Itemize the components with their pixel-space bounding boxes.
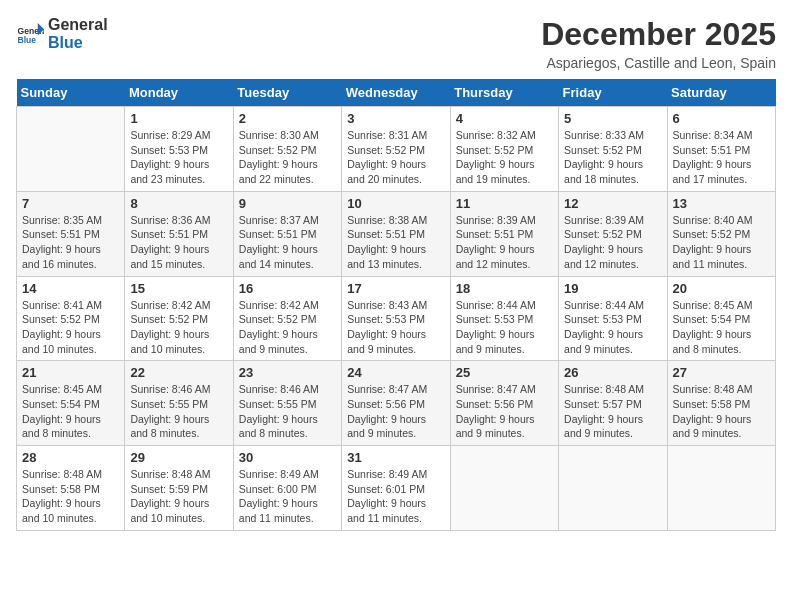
calendar-cell: 9Sunrise: 8:37 AM Sunset: 5:51 PM Daylig… (233, 191, 341, 276)
calendar-cell: 8Sunrise: 8:36 AM Sunset: 5:51 PM Daylig… (125, 191, 233, 276)
calendar-cell: 5Sunrise: 8:33 AM Sunset: 5:52 PM Daylig… (559, 107, 667, 192)
calendar-cell: 21Sunrise: 8:45 AM Sunset: 5:54 PM Dayli… (17, 361, 125, 446)
month-title: December 2025 (541, 16, 776, 53)
calendar-cell: 11Sunrise: 8:39 AM Sunset: 5:51 PM Dayli… (450, 191, 558, 276)
day-number: 2 (239, 111, 336, 126)
day-number: 5 (564, 111, 661, 126)
day-info: Sunrise: 8:42 AM Sunset: 5:52 PM Dayligh… (130, 298, 227, 357)
day-number: 3 (347, 111, 444, 126)
day-number: 16 (239, 281, 336, 296)
calendar-cell: 18Sunrise: 8:44 AM Sunset: 5:53 PM Dayli… (450, 276, 558, 361)
calendar-week: 1Sunrise: 8:29 AM Sunset: 5:53 PM Daylig… (17, 107, 776, 192)
day-number: 22 (130, 365, 227, 380)
header-day: Wednesday (342, 79, 450, 107)
day-number: 19 (564, 281, 661, 296)
day-number: 11 (456, 196, 553, 211)
calendar-cell: 7Sunrise: 8:35 AM Sunset: 5:51 PM Daylig… (17, 191, 125, 276)
day-info: Sunrise: 8:32 AM Sunset: 5:52 PM Dayligh… (456, 128, 553, 187)
day-info: Sunrise: 8:44 AM Sunset: 5:53 PM Dayligh… (456, 298, 553, 357)
day-info: Sunrise: 8:42 AM Sunset: 5:52 PM Dayligh… (239, 298, 336, 357)
day-info: Sunrise: 8:45 AM Sunset: 5:54 PM Dayligh… (22, 382, 119, 441)
day-info: Sunrise: 8:49 AM Sunset: 6:01 PM Dayligh… (347, 467, 444, 526)
day-number: 4 (456, 111, 553, 126)
calendar-cell: 30Sunrise: 8:49 AM Sunset: 6:00 PM Dayli… (233, 446, 341, 531)
calendar-cell: 1Sunrise: 8:29 AM Sunset: 5:53 PM Daylig… (125, 107, 233, 192)
day-info: Sunrise: 8:49 AM Sunset: 6:00 PM Dayligh… (239, 467, 336, 526)
day-info: Sunrise: 8:36 AM Sunset: 5:51 PM Dayligh… (130, 213, 227, 272)
day-number: 28 (22, 450, 119, 465)
day-info: Sunrise: 8:46 AM Sunset: 5:55 PM Dayligh… (130, 382, 227, 441)
svg-text:Blue: Blue (18, 35, 37, 45)
day-number: 31 (347, 450, 444, 465)
calendar-cell (667, 446, 775, 531)
day-info: Sunrise: 8:29 AM Sunset: 5:53 PM Dayligh… (130, 128, 227, 187)
day-info: Sunrise: 8:48 AM Sunset: 5:57 PM Dayligh… (564, 382, 661, 441)
calendar-cell: 27Sunrise: 8:48 AM Sunset: 5:58 PM Dayli… (667, 361, 775, 446)
day-info: Sunrise: 8:38 AM Sunset: 5:51 PM Dayligh… (347, 213, 444, 272)
day-number: 8 (130, 196, 227, 211)
day-number: 14 (22, 281, 119, 296)
calendar-cell (559, 446, 667, 531)
calendar-cell: 23Sunrise: 8:46 AM Sunset: 5:55 PM Dayli… (233, 361, 341, 446)
day-number: 27 (673, 365, 770, 380)
calendar-cell: 14Sunrise: 8:41 AM Sunset: 5:52 PM Dayli… (17, 276, 125, 361)
calendar-week: 21Sunrise: 8:45 AM Sunset: 5:54 PM Dayli… (17, 361, 776, 446)
day-number: 1 (130, 111, 227, 126)
header-day: Tuesday (233, 79, 341, 107)
day-number: 20 (673, 281, 770, 296)
calendar-cell: 19Sunrise: 8:44 AM Sunset: 5:53 PM Dayli… (559, 276, 667, 361)
calendar-cell: 22Sunrise: 8:46 AM Sunset: 5:55 PM Dayli… (125, 361, 233, 446)
day-info: Sunrise: 8:30 AM Sunset: 5:52 PM Dayligh… (239, 128, 336, 187)
header-day: Saturday (667, 79, 775, 107)
calendar-cell: 16Sunrise: 8:42 AM Sunset: 5:52 PM Dayli… (233, 276, 341, 361)
day-info: Sunrise: 8:47 AM Sunset: 5:56 PM Dayligh… (347, 382, 444, 441)
day-info: Sunrise: 8:41 AM Sunset: 5:52 PM Dayligh… (22, 298, 119, 357)
day-number: 21 (22, 365, 119, 380)
day-info: Sunrise: 8:39 AM Sunset: 5:51 PM Dayligh… (456, 213, 553, 272)
calendar-week: 28Sunrise: 8:48 AM Sunset: 5:58 PM Dayli… (17, 446, 776, 531)
calendar-cell: 17Sunrise: 8:43 AM Sunset: 5:53 PM Dayli… (342, 276, 450, 361)
calendar-cell: 26Sunrise: 8:48 AM Sunset: 5:57 PM Dayli… (559, 361, 667, 446)
header-day: Monday (125, 79, 233, 107)
header-day: Sunday (17, 79, 125, 107)
day-info: Sunrise: 8:48 AM Sunset: 5:58 PM Dayligh… (22, 467, 119, 526)
calendar-cell: 6Sunrise: 8:34 AM Sunset: 5:51 PM Daylig… (667, 107, 775, 192)
header-row: SundayMondayTuesdayWednesdayThursdayFrid… (17, 79, 776, 107)
calendar-cell (17, 107, 125, 192)
header-day: Thursday (450, 79, 558, 107)
calendar-cell (450, 446, 558, 531)
calendar-week: 7Sunrise: 8:35 AM Sunset: 5:51 PM Daylig… (17, 191, 776, 276)
day-info: Sunrise: 8:40 AM Sunset: 5:52 PM Dayligh… (673, 213, 770, 272)
day-number: 13 (673, 196, 770, 211)
calendar-cell: 2Sunrise: 8:30 AM Sunset: 5:52 PM Daylig… (233, 107, 341, 192)
day-number: 6 (673, 111, 770, 126)
calendar-cell: 29Sunrise: 8:48 AM Sunset: 5:59 PM Dayli… (125, 446, 233, 531)
calendar-cell: 15Sunrise: 8:42 AM Sunset: 5:52 PM Dayli… (125, 276, 233, 361)
day-number: 7 (22, 196, 119, 211)
calendar-cell: 13Sunrise: 8:40 AM Sunset: 5:52 PM Dayli… (667, 191, 775, 276)
calendar-cell: 31Sunrise: 8:49 AM Sunset: 6:01 PM Dayli… (342, 446, 450, 531)
calendar-cell: 28Sunrise: 8:48 AM Sunset: 5:58 PM Dayli… (17, 446, 125, 531)
calendar-cell: 10Sunrise: 8:38 AM Sunset: 5:51 PM Dayli… (342, 191, 450, 276)
day-info: Sunrise: 8:46 AM Sunset: 5:55 PM Dayligh… (239, 382, 336, 441)
logo-icon: General Blue (16, 20, 44, 48)
day-number: 17 (347, 281, 444, 296)
calendar-table: SundayMondayTuesdayWednesdayThursdayFrid… (16, 79, 776, 531)
day-info: Sunrise: 8:39 AM Sunset: 5:52 PM Dayligh… (564, 213, 661, 272)
day-number: 25 (456, 365, 553, 380)
calendar-cell: 24Sunrise: 8:47 AM Sunset: 5:56 PM Dayli… (342, 361, 450, 446)
calendar-cell: 20Sunrise: 8:45 AM Sunset: 5:54 PM Dayli… (667, 276, 775, 361)
day-number: 29 (130, 450, 227, 465)
day-number: 10 (347, 196, 444, 211)
logo-line1: General (48, 16, 108, 34)
day-number: 26 (564, 365, 661, 380)
location: Aspariegos, Castille and Leon, Spain (541, 55, 776, 71)
day-number: 9 (239, 196, 336, 211)
logo-line2: Blue (48, 34, 108, 52)
calendar-cell: 25Sunrise: 8:47 AM Sunset: 5:56 PM Dayli… (450, 361, 558, 446)
calendar-cell: 4Sunrise: 8:32 AM Sunset: 5:52 PM Daylig… (450, 107, 558, 192)
day-number: 30 (239, 450, 336, 465)
day-info: Sunrise: 8:48 AM Sunset: 5:59 PM Dayligh… (130, 467, 227, 526)
title-block: December 2025 Aspariegos, Castille and L… (541, 16, 776, 71)
day-info: Sunrise: 8:33 AM Sunset: 5:52 PM Dayligh… (564, 128, 661, 187)
